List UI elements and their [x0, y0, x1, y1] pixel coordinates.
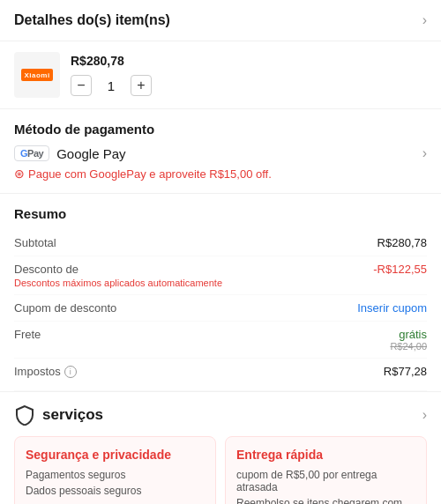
service-card-delivery: Entrega rápida cupom de R$5,00 por entre… [225, 436, 427, 504]
gpay-promo-text: Pague com GooglePay e aproveite R$15,00 … [28, 167, 272, 181]
tax-info-icon[interactable]: i [64, 366, 77, 378]
items-section-header[interactable]: Detalhes do(s) item(ns) › [0, 0, 441, 41]
coupon-label: Cupom de desconto [14, 301, 116, 315]
subtotal-value: R$280,78 [377, 236, 427, 249]
payment-method-section: Método de pagamento GPay Google Pay › ⊛ … [0, 109, 441, 194]
service-card-delivery-title: Entrega rápida [236, 448, 415, 462]
service-card-security-item2: Dados pessoais seguros [26, 485, 205, 497]
payment-method-row[interactable]: GPay Google Pay › [14, 145, 427, 161]
services-chevron-icon: › [422, 407, 427, 423]
freight-original-value: R$24,00 [390, 341, 427, 352]
resumo-coupon-row[interactable]: Cupom de desconto Inserir cupom [14, 295, 427, 322]
coupon-value[interactable]: Inserir cupom [357, 301, 427, 315]
quantity-control: − 1 + [71, 75, 427, 96]
item-row: Xiaomi R$280,78 − 1 + [0, 41, 441, 109]
resumo-tax-row: Impostos i R$77,28 [14, 359, 427, 391]
quantity-increase-button[interactable]: + [131, 75, 152, 96]
item-price: R$280,78 [71, 54, 427, 68]
services-title: serviços [42, 406, 103, 424]
tax-label: Impostos [14, 365, 61, 378]
quantity-decrease-button[interactable]: − [71, 75, 92, 96]
payment-method-left: GPay Google Pay [14, 145, 126, 161]
freight-free-value: grátis [399, 328, 427, 341]
service-card-security: Segurança e privacidade Pagamentos segur… [14, 436, 216, 504]
service-card-security-title: Segurança e privacidade [26, 448, 205, 462]
tax-label-group: Impostos i [14, 365, 77, 378]
discount-label-group: Desconto de Descontos máximos aplicados … [14, 263, 222, 288]
resumo-subtotal-row: Subtotal R$280,78 [14, 230, 427, 256]
quantity-value: 1 [102, 78, 120, 93]
items-chevron-icon: › [422, 12, 427, 28]
shield-icon [14, 404, 35, 426]
services-title-row: serviços [14, 404, 103, 426]
xiaomi-logo: Xiaomi [21, 69, 53, 81]
promo-icon: ⊛ [14, 167, 25, 181]
service-card-delivery-item2: Reembolso se itens chegarem com dano [236, 497, 415, 504]
discount-value: -R$122,55 [373, 263, 427, 276]
items-header-title: Detalhes do(s) item(ns) [14, 12, 170, 28]
service-card-delivery-item1: cupom de R$5,00 por entrega atrasada [236, 469, 415, 493]
subtotal-label: Subtotal [14, 236, 56, 249]
services-section: serviços › Segurança e privacidade Pagam… [0, 392, 441, 504]
resumo-discount-row: Desconto de Descontos máximos aplicados … [14, 256, 427, 295]
freight-label: Frete [14, 328, 41, 341]
service-card-security-item1: Pagamentos seguros [26, 469, 205, 481]
services-cards: Segurança e privacidade Pagamentos segur… [14, 436, 427, 504]
discount-sublabel: Descontos máximos aplicados automaticame… [14, 278, 222, 288]
tax-value: R$77,28 [384, 365, 427, 378]
resumo-freight-row: Frete grátis R$24,00 [14, 322, 427, 359]
item-image: Xiaomi [14, 52, 60, 98]
payment-section-title: Método de pagamento [14, 122, 427, 137]
payment-chevron-icon: › [422, 145, 427, 161]
gpay-badge-icon: GPay [14, 145, 49, 161]
freight-value-group: grátis R$24,00 [390, 328, 427, 352]
discount-label: Desconto de [14, 263, 222, 276]
resumo-section: Resumo Subtotal R$280,78 Desconto de Des… [0, 194, 441, 392]
resumo-title: Resumo [14, 206, 427, 221]
gpay-promo-row: ⊛ Pague com GooglePay e aproveite R$15,0… [14, 167, 427, 181]
services-header: serviços › [14, 404, 427, 426]
item-details: R$280,78 − 1 + [71, 54, 427, 96]
payment-method-name: Google Pay [56, 146, 125, 161]
